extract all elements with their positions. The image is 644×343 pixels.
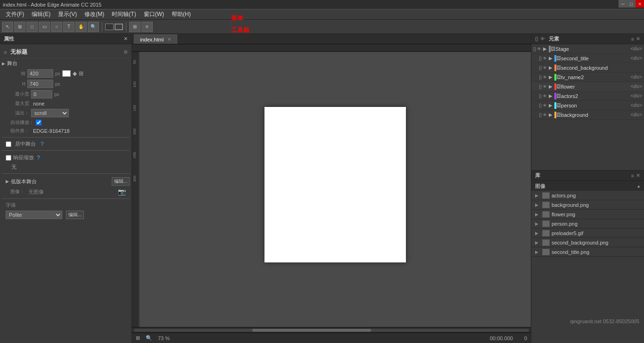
stage-section-header[interactable]: ▶ 舞台 — [2, 58, 130, 68]
close-button[interactable]: ✕ — [636, 0, 644, 8]
menu-help[interactable]: 帮助(H) — [168, 9, 195, 19]
font-select[interactable]: Polite — [6, 211, 62, 219]
overflow-select[interactable]: scroll hidden visible — [31, 109, 69, 117]
menu-timeline[interactable]: 时间轴(T) — [108, 9, 140, 19]
props-panel-title: 属性 — [4, 35, 14, 42]
second-title-js-icon: {} — [539, 56, 542, 61]
overflow-label: 溢出： — [6, 110, 29, 116]
center-area: index.html ✕ 50 300 250 200 — [132, 34, 531, 343]
flower-expand[interactable]: ▶ — [549, 84, 553, 89]
autoplay-row: 自动播放： — [2, 118, 130, 127]
elements-panel: {} 👁 元素 ≡ ✕ {} 👁 ▶ 🖼 Stage <div> — [531, 34, 644, 171]
background-expand[interactable]: ▶ — [549, 112, 553, 117]
responsive-checkbox[interactable] — [6, 155, 11, 161]
hscroll-thumb[interactable] — [252, 329, 371, 332]
canvas-work-area[interactable] — [140, 52, 531, 327]
element-row-second-title[interactable]: {} 👁 ▶ 🖼 second_title <div> — [531, 54, 644, 63]
canvas-tab-index[interactable]: index.html ✕ — [134, 34, 177, 44]
triangle-icon: ▶ — [2, 61, 5, 66]
menu-modify[interactable]: 修改(M) — [81, 9, 108, 19]
tool-transform[interactable]: ⊞ — [14, 22, 25, 32]
color-fill[interactable] — [105, 24, 114, 30]
image-row: 图像： 无图像 📷 — [2, 187, 130, 196]
menu-window[interactable]: 窗口(W) — [140, 9, 168, 19]
element-row-tv-name2[interactable]: {} 👁 ▶ 🖼 tv_name2 <div> — [531, 73, 644, 82]
menu-edit[interactable]: 编辑(E) — [28, 9, 54, 19]
color-stroke[interactable] — [115, 24, 123, 30]
tool-rounded-rect[interactable]: ▭ — [39, 22, 50, 32]
lib-add-btn[interactable]: + — [637, 184, 640, 189]
lib-arrow-person: ▶ — [535, 221, 538, 226]
font-edit-btn[interactable]: 编辑... — [66, 211, 84, 219]
tool-hand[interactable]: ✋ — [75, 22, 87, 32]
menu-view[interactable]: 显示(V) — [54, 9, 81, 19]
tv-name2-eye-icon: 👁 — [543, 75, 547, 80]
stage-canvas — [264, 107, 406, 262]
extra-icon-1[interactable]: ◆ — [73, 70, 77, 77]
minimize-button[interactable]: ─ — [619, 0, 627, 8]
flower-js-icon: {} — [539, 84, 542, 89]
edit-btn[interactable]: 编辑... — [112, 177, 130, 186]
stage-expand[interactable]: ▶ — [543, 46, 547, 51]
time-value: 00:00.000 — [490, 335, 513, 341]
props-extra-icon[interactable]: ⚙ — [124, 49, 128, 55]
autoplay-checkbox[interactable] — [36, 120, 41, 125]
element-row-flower[interactable]: {} 👁 ▶ 🖼 flower <div> — [531, 82, 644, 91]
tool-grid[interactable]: ⊞ — [129, 22, 140, 32]
element-row-background[interactable]: {} 👁 ▶ 🖼 background <div> — [531, 110, 644, 120]
element-row-actors2[interactable]: {} 👁 ▶ 🖼 actors2 <div> — [531, 91, 644, 101]
tv-name2-expand[interactable]: ▶ — [549, 74, 553, 80]
library-panel-close[interactable]: ✕ — [636, 172, 640, 179]
lib-arrow-preloader: ▶ — [535, 231, 538, 236]
second-title-expand[interactable]: ▶ — [549, 56, 553, 61]
element-row-person[interactable]: {} 👁 ▶ 🖼 person <div> — [531, 101, 644, 110]
second-bg-expand[interactable]: ▶ — [549, 65, 553, 70]
element-row-second-bg[interactable]: {} 👁 ▶ 🖼 second_background — [531, 63, 644, 73]
canvas-bottom-icon[interactable]: ⊞ — [136, 335, 140, 341]
center-stage-checkbox[interactable] — [6, 141, 11, 147]
menu-file[interactable]: 文件(F) — [2, 9, 28, 19]
stage-icons: {} 👁 — [533, 47, 541, 51]
tool-ellipse[interactable]: ○ — [51, 22, 62, 32]
width-input[interactable] — [27, 69, 53, 78]
camera-icon[interactable]: 📷 — [118, 188, 126, 196]
tool-zoom[interactable]: 🔍 — [88, 22, 99, 32]
height-input[interactable] — [27, 80, 53, 88]
tool-select[interactable]: ↖ — [2, 22, 13, 32]
lib-item-actors[interactable]: ▶ actors.png — [531, 191, 644, 200]
tool-text[interactable]: T — [63, 22, 74, 32]
min-width-unit: px — [54, 92, 59, 97]
lib-item-person[interactable]: ▶ person.png — [531, 219, 644, 229]
lib-item-background[interactable]: ▶ background.png — [531, 200, 644, 210]
props-panel-close[interactable]: ✕ — [124, 36, 128, 42]
element-row-stage[interactable]: {} 👁 ▶ 🖼 Stage <div> — [531, 44, 644, 54]
info-icon-2[interactable]: ? — [37, 155, 40, 161]
props-panel-header: 属性 ✕ — [0, 34, 132, 44]
person-expand[interactable]: ▶ — [549, 103, 553, 108]
svg-text:50: 50 — [132, 60, 137, 64]
lib-item-second-bg[interactable]: ▶ second_background.png — [531, 238, 644, 247]
library-panel-menu[interactable]: ≡ — [631, 173, 634, 179]
second-bg-img-icon: 🖼 — [556, 65, 561, 70]
maximize-button[interactable]: □ — [627, 0, 636, 8]
stage-eye-icon: 👁 — [537, 47, 541, 51]
elements-panel-menu[interactable]: ≡ — [631, 36, 634, 42]
color-swatch-1[interactable] — [62, 70, 71, 77]
lib-item-second-title[interactable]: ▶ second_title.png — [531, 247, 644, 257]
lib-item-preloader[interactable]: ▶ preloader5.gif — [531, 229, 644, 238]
lib-name-second-bg: second_background.png — [552, 240, 640, 245]
canvas-hscroll[interactable] — [132, 327, 531, 333]
app-title: index.html - Adobe Edge Animate CC 2015 — [3, 2, 101, 8]
canvas-tab-close[interactable]: ✕ — [167, 37, 171, 42]
tool-rect[interactable]: □ — [26, 22, 38, 32]
tv-name2-js-icon: {} — [539, 75, 542, 80]
actors2-expand[interactable]: ▶ — [549, 93, 553, 98]
info-icon[interactable]: ? — [41, 141, 44, 147]
lib-item-flower[interactable]: ▶ flower.png — [531, 210, 644, 219]
svg-text:300: 300 — [132, 175, 137, 182]
extra-icon-2[interactable]: ⊞ — [79, 70, 83, 77]
tool-align[interactable]: ≡ — [141, 22, 153, 32]
elements-panel-close[interactable]: ✕ — [636, 36, 640, 42]
person-img-icon: 🖼 — [556, 103, 561, 108]
min-width-input[interactable] — [31, 90, 52, 98]
